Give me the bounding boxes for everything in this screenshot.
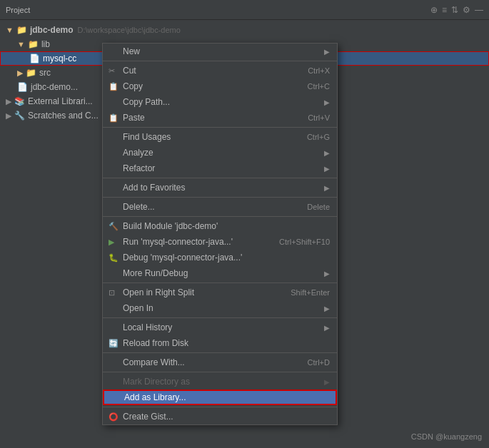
gist-icon: ⭕ [109,412,119,422]
project-icon: 📁 [16,25,27,35]
menu-add-library-label: Add as Library... [124,392,186,402]
menu-item-more-run[interactable]: More Run/Debug ▶ [103,265,337,281]
menu-mark-directory-label: Mark Directory as [123,377,190,387]
separator-5 [103,216,337,217]
menu-item-compare-with[interactable]: Compare With... Ctrl+D [103,355,337,370]
menu-item-refactor[interactable]: Refactor ▶ [103,161,337,176]
menu-item-mark-directory[interactable]: Mark Directory as ▶ [103,374,337,390]
menu-item-local-history[interactable]: Local History ▶ [103,320,337,335]
menu-delete-label: Delete... [123,202,155,212]
open-in-arrow: ▶ [324,305,330,312]
toolbar-icon-add[interactable]: ⊕ [430,5,438,15]
ext-lib-label: External Librari... [28,96,93,106]
menu-run-label: Run 'mysql-connector-java...' [123,237,233,247]
open-right-split-shortcut: Shift+Enter [291,288,330,297]
menu-item-add-library[interactable]: Add as Library... [103,390,337,405]
menu-item-delete[interactable]: Delete... Delete [103,199,337,215]
mysql-label: mysql-cc [43,54,76,63]
menu-copy-label: Copy [123,81,143,91]
paste-shortcut: Ctrl+V [308,113,330,122]
menu-new-arrow: ▶ [324,48,330,56]
expand-icon: ▼ [6,26,14,34]
menu-item-run[interactable]: ▶ Run 'mysql-connector-java...' Ctrl+Shi… [103,234,337,250]
menu-item-find-usages[interactable]: Find Usages Ctrl+G [103,129,337,145]
menu-open-right-split-label: Open in Right Split [123,287,194,297]
tree-item-jdbc-demo[interactable]: ▼ 📁 jdbc-demo D:\workspace\jdbc\jdbc-dem… [0,23,489,37]
menu-more-run-label: More Run/Debug [123,268,188,278]
menu-local-history-label: Local History [123,322,172,332]
toolbar: Project ⊕ ≡ ⇅ ⚙ — [0,0,489,20]
src-folder-icon: 📁 [26,68,36,78]
scratches-label: Scratches and C... [28,111,99,121]
more-run-arrow: ▶ [324,270,330,278]
menu-item-add-favorites[interactable]: Add to Favorites ▶ [103,180,337,195]
favorites-arrow: ▶ [324,184,330,192]
separator-1 [103,61,337,61]
menu-add-favorites-label: Add to Favorites [123,183,185,193]
ext-expand-icon: ▶ [6,97,11,106]
copy-path-arrow: ▶ [324,98,330,106]
toolbar-icons: ⊕ ≡ ⇅ ⚙ — [430,5,483,15]
toolbar-icon-sort[interactable]: ⇅ [451,5,458,15]
ext-lib-icon: 📚 [14,96,25,106]
menu-item-paste[interactable]: 📋 Paste Ctrl+V [103,110,337,126]
menu-compare-label: Compare With... [123,357,185,367]
build-icon: 🔨 [109,222,119,231]
menu-paste-label: Paste [123,113,145,123]
compare-shortcut: Ctrl+D [308,358,330,367]
separator-2 [103,127,337,128]
mysql-file-icon: 📄 [29,54,40,63]
jdbc-demo-label: jdbc-demo [30,25,74,35]
menu-item-analyze[interactable]: Analyze ▶ [103,145,337,161]
separator-7 [103,317,337,318]
menu-build-label: Build Module 'jdbc-demo' [123,221,218,231]
menu-cut-label: Cut [123,66,136,76]
toolbar-icon-minimize[interactable]: — [475,5,483,15]
toolbar-icon-settings[interactable]: ⚙ [463,5,470,15]
lib-label: lib [41,39,50,49]
cut-shortcut: Ctrl+X [308,66,330,75]
copy-icon: 📋 [109,82,119,91]
jdbc-file-icon: 📄 [17,82,28,92]
menu-item-build[interactable]: 🔨 Build Module 'jdbc-demo' [103,218,337,234]
menu-item-new[interactable]: New ▶ [103,44,337,59]
menu-item-reload[interactable]: 🔄 Reload from Disk [103,335,337,351]
cut-icon: ✂ [109,66,115,76]
menu-find-usages-label: Find Usages [123,132,171,142]
refactor-arrow: ▶ [324,165,330,173]
menu-item-copy-path[interactable]: Copy Path... ▶ [103,94,337,110]
src-expand-icon: ▶ [17,68,23,78]
run-shortcut: Ctrl+Shift+F10 [279,238,330,246]
menu-item-open-right-split[interactable]: ⊡ Open in Right Split Shift+Enter [103,285,337,300]
scratch-expand-icon: ▶ [6,111,11,121]
split-icon: ⊡ [109,288,115,297]
jdbc-demo-path: D:\workspace\jdbc\jdbc-demo [78,26,181,34]
watermark: CSDN @kuangzeng [411,432,482,441]
menu-item-open-in[interactable]: Open In ▶ [103,300,337,316]
menu-item-cut[interactable]: ✂ Cut Ctrl+X [103,63,337,78]
delete-shortcut: Delete [307,203,330,211]
menu-item-copy[interactable]: 📋 Copy Ctrl+C [103,78,337,94]
menu-create-gist-label: Create Gist... [123,412,173,422]
separator-8 [103,352,337,353]
menu-debug-label: Debug 'mysql-connector-java...' [123,253,242,263]
lib-expand-icon: ▼ [17,40,25,49]
separator-4 [103,197,337,198]
menu-copy-path-label: Copy Path... [123,97,170,107]
menu-item-create-gist[interactable]: ⭕ Create Gist... [103,409,337,424]
scratch-icon: 🔧 [14,111,25,121]
reload-icon: 🔄 [109,339,119,348]
local-history-arrow: ▶ [324,324,330,332]
copy-shortcut: Ctrl+C [308,82,330,91]
menu-item-debug[interactable]: 🐛 Debug 'mysql-connector-java...' [103,250,337,265]
menu-reload-label: Reload from Disk [123,338,188,348]
separator-9 [103,372,337,372]
paste-icon: 📋 [109,113,119,123]
src-label: src [39,68,51,78]
menu-open-in-label: Open In [123,303,153,313]
menu-refactor-label: Refactor [123,163,155,173]
separator-3 [103,178,337,178]
context-menu: New ▶ ✂ Cut Ctrl+X 📋 Copy Ctrl+C Copy Pa… [102,43,338,425]
separator-6 [103,282,337,283]
toolbar-icon-list[interactable]: ≡ [442,5,447,15]
